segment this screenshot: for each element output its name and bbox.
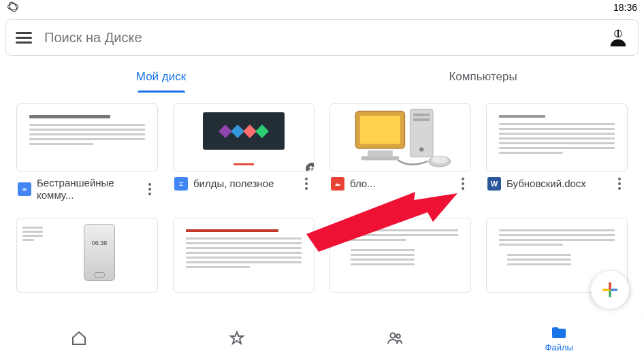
- file-card[interactable]: ≡ Бестраншейные комму...: [16, 103, 158, 201]
- nav-home[interactable]: [71, 330, 87, 346]
- file-grid: ≡ Бестраншейные комму... ≡ билды, полезн…: [0, 93, 644, 201]
- svg-point-6: [312, 167, 315, 169]
- shared-badge-icon: [304, 161, 315, 171]
- svg-rect-12: [413, 114, 430, 116]
- network-icon: [7, 1, 19, 15]
- file-name: бло...: [350, 178, 451, 190]
- svg-rect-9: [368, 150, 393, 156]
- more-options-icon[interactable]: [143, 183, 157, 195]
- search-input[interactable]: [44, 30, 596, 46]
- svg-point-1: [7, 1, 18, 12]
- file-thumbnail: [486, 103, 628, 171]
- svg-rect-20: [609, 282, 611, 289]
- file-name: Бубновский.docx: [506, 178, 607, 190]
- file-name: Бестраншейные комму...: [37, 177, 138, 201]
- svg-rect-8: [360, 116, 400, 144]
- nav-files-label: Файлы: [545, 342, 573, 352]
- tab-my-drive[interactable]: Мой диск: [0, 61, 322, 93]
- nav-files[interactable]: Файлы: [545, 325, 573, 352]
- more-options-icon[interactable]: [613, 178, 626, 190]
- nav-shared[interactable]: [387, 330, 403, 346]
- svg-rect-4: [617, 30, 619, 37]
- bottom-nav: Файлы: [0, 314, 644, 362]
- menu-icon[interactable]: [16, 32, 32, 44]
- drive-tabs: Мой диск Компьютеры: [0, 61, 644, 93]
- svg-point-5: [310, 166, 312, 169]
- status-bar: 18:36: [0, 0, 644, 15]
- nav-starred[interactable]: [229, 330, 245, 346]
- file-thumbnail: [173, 103, 315, 171]
- more-options-icon[interactable]: [300, 178, 313, 190]
- more-options-icon[interactable]: [456, 178, 470, 190]
- file-thumbnail: [16, 103, 158, 171]
- svg-rect-10: [361, 156, 399, 160]
- svg-rect-21: [611, 289, 617, 291]
- svg-point-22: [391, 333, 396, 338]
- file-card[interactable]: бло...: [329, 103, 471, 201]
- google-docs-icon: ≡: [18, 182, 31, 196]
- file-card[interactable]: ≡ билды, полезное: [173, 103, 315, 201]
- svg-point-14: [419, 147, 423, 151]
- file-grid-row2: [0, 201, 644, 293]
- file-thumbnail[interactable]: [173, 218, 315, 293]
- file-name: билды, полезное: [193, 178, 294, 190]
- add-fab-button[interactable]: [591, 271, 629, 309]
- tab-computers[interactable]: Компьютеры: [322, 61, 644, 93]
- file-thumbnail[interactable]: [16, 218, 158, 293]
- svg-point-23: [397, 334, 401, 338]
- word-file-icon: W: [487, 177, 501, 191]
- svg-rect-13: [413, 118, 430, 121]
- svg-point-16: [432, 156, 448, 163]
- file-card[interactable]: W Бубновский.docx: [486, 103, 628, 201]
- search-bar: [5, 19, 639, 56]
- image-file-icon: [331, 177, 344, 191]
- google-docs-icon: ≡: [174, 177, 188, 191]
- account-avatar[interactable]: [608, 27, 628, 48]
- file-thumbnail: [329, 103, 471, 171]
- status-time: 18:36: [613, 2, 637, 13]
- file-thumbnail[interactable]: [329, 218, 471, 293]
